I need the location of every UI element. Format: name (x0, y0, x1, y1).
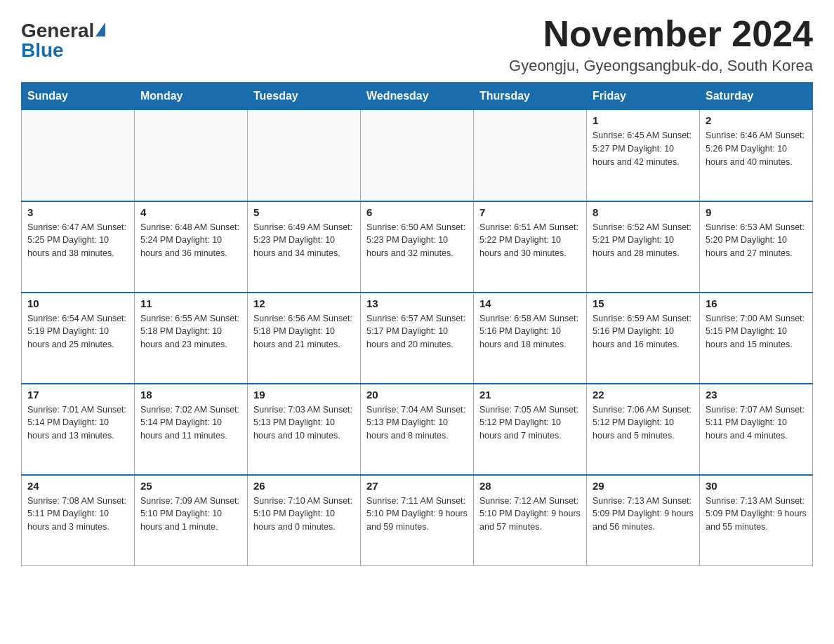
day-info: Sunrise: 6:46 AM Sunset: 5:26 PM Dayligh… (706, 129, 807, 168)
weekday-header-thursday: Thursday (474, 83, 587, 110)
header: General Blue November 2024 Gyeongju, Gye… (21, 14, 813, 75)
calendar-week-row: 24Sunrise: 7:08 AM Sunset: 5:11 PM Dayli… (22, 475, 813, 566)
calendar-week-row: 1Sunrise: 6:45 AM Sunset: 5:27 PM Daylig… (22, 110, 813, 201)
calendar-cell: 4Sunrise: 6:48 AM Sunset: 5:24 PM Daylig… (135, 201, 248, 293)
day-number: 14 (479, 297, 581, 309)
logo: General Blue (21, 14, 105, 60)
day-number: 2 (706, 114, 807, 126)
calendar-week-row: 10Sunrise: 6:54 AM Sunset: 5:19 PM Dayli… (22, 293, 813, 384)
calendar-cell: 24Sunrise: 7:08 AM Sunset: 5:11 PM Dayli… (22, 475, 135, 566)
page-title: November 2024 (509, 14, 813, 54)
day-info: Sunrise: 7:03 AM Sunset: 5:13 PM Dayligh… (253, 403, 355, 443)
weekday-header-wednesday: Wednesday (361, 83, 474, 110)
day-info: Sunrise: 7:09 AM Sunset: 5:10 PM Dayligh… (140, 495, 241, 534)
day-info: Sunrise: 7:13 AM Sunset: 5:09 PM Dayligh… (593, 495, 694, 534)
title-area: November 2024 Gyeongju, Gyeongsangbuk-do… (509, 14, 813, 75)
day-info: Sunrise: 6:47 AM Sunset: 5:25 PM Dayligh… (27, 221, 128, 260)
day-number: 30 (706, 480, 807, 492)
day-number: 26 (253, 480, 355, 492)
day-info: Sunrise: 7:13 AM Sunset: 5:09 PM Dayligh… (706, 495, 807, 534)
calendar-cell (361, 110, 474, 201)
calendar-cell: 17Sunrise: 7:01 AM Sunset: 5:14 PM Dayli… (22, 384, 135, 475)
page-subtitle: Gyeongju, Gyeongsangbuk-do, South Korea (509, 57, 813, 75)
calendar-cell (248, 110, 361, 201)
calendar-cell: 22Sunrise: 7:06 AM Sunset: 5:12 PM Dayli… (587, 384, 700, 475)
calendar-cell: 21Sunrise: 7:05 AM Sunset: 5:12 PM Dayli… (474, 384, 587, 475)
calendar-header-row: SundayMondayTuesdayWednesdayThursdayFrid… (22, 83, 813, 110)
day-number: 5 (253, 206, 355, 218)
day-info: Sunrise: 6:58 AM Sunset: 5:16 PM Dayligh… (479, 312, 581, 351)
day-info: Sunrise: 6:52 AM Sunset: 5:21 PM Dayligh… (593, 221, 694, 260)
day-number: 25 (140, 480, 241, 492)
calendar-cell: 28Sunrise: 7:12 AM Sunset: 5:10 PM Dayli… (474, 475, 587, 566)
day-info: Sunrise: 6:57 AM Sunset: 5:17 PM Dayligh… (366, 312, 468, 351)
day-number: 13 (366, 297, 468, 309)
calendar-cell: 3Sunrise: 6:47 AM Sunset: 5:25 PM Daylig… (22, 201, 135, 293)
day-info: Sunrise: 6:55 AM Sunset: 5:18 PM Dayligh… (140, 312, 241, 351)
day-info: Sunrise: 6:53 AM Sunset: 5:20 PM Dayligh… (706, 221, 807, 260)
day-info: Sunrise: 7:02 AM Sunset: 5:14 PM Dayligh… (140, 403, 241, 443)
logo-blue-text: Blue (21, 41, 64, 60)
calendar-cell: 19Sunrise: 7:03 AM Sunset: 5:13 PM Dayli… (248, 384, 361, 475)
calendar-cell: 13Sunrise: 6:57 AM Sunset: 5:17 PM Dayli… (361, 293, 474, 384)
day-number: 29 (593, 480, 694, 492)
day-number: 19 (253, 389, 355, 401)
calendar-cell (474, 110, 587, 201)
logo-triangle-icon (95, 22, 105, 36)
calendar-cell: 29Sunrise: 7:13 AM Sunset: 5:09 PM Dayli… (587, 475, 700, 566)
day-number: 24 (27, 480, 128, 492)
day-info: Sunrise: 7:00 AM Sunset: 5:15 PM Dayligh… (706, 312, 807, 351)
calendar-cell (22, 110, 135, 201)
day-number: 4 (140, 206, 241, 218)
calendar-cell: 16Sunrise: 7:00 AM Sunset: 5:15 PM Dayli… (700, 293, 813, 384)
logo-general-text: General (21, 21, 94, 41)
calendar-cell: 6Sunrise: 6:50 AM Sunset: 5:23 PM Daylig… (361, 201, 474, 293)
day-info: Sunrise: 7:05 AM Sunset: 5:12 PM Dayligh… (479, 403, 581, 443)
calendar-cell: 15Sunrise: 6:59 AM Sunset: 5:16 PM Dayli… (587, 293, 700, 384)
day-info: Sunrise: 7:10 AM Sunset: 5:10 PM Dayligh… (253, 495, 355, 534)
calendar-cell (135, 110, 248, 201)
calendar-cell: 26Sunrise: 7:10 AM Sunset: 5:10 PM Dayli… (248, 475, 361, 566)
day-info: Sunrise: 7:07 AM Sunset: 5:11 PM Dayligh… (706, 403, 807, 443)
day-info: Sunrise: 7:01 AM Sunset: 5:14 PM Dayligh… (27, 403, 128, 443)
day-info: Sunrise: 7:08 AM Sunset: 5:11 PM Dayligh… (27, 495, 128, 534)
calendar-table: SundayMondayTuesdayWednesdayThursdayFrid… (21, 82, 813, 566)
day-number: 1 (593, 114, 694, 126)
calendar-cell: 12Sunrise: 6:56 AM Sunset: 5:18 PM Dayli… (248, 293, 361, 384)
day-info: Sunrise: 7:06 AM Sunset: 5:12 PM Dayligh… (593, 403, 694, 443)
calendar-cell: 27Sunrise: 7:11 AM Sunset: 5:10 PM Dayli… (361, 475, 474, 566)
day-info: Sunrise: 6:51 AM Sunset: 5:22 PM Dayligh… (479, 221, 581, 260)
day-number: 3 (27, 206, 128, 218)
calendar-cell: 10Sunrise: 6:54 AM Sunset: 5:19 PM Dayli… (22, 293, 135, 384)
day-info: Sunrise: 6:45 AM Sunset: 5:27 PM Dayligh… (593, 129, 694, 168)
weekday-header-saturday: Saturday (700, 83, 813, 110)
calendar-cell: 18Sunrise: 7:02 AM Sunset: 5:14 PM Dayli… (135, 384, 248, 475)
day-number: 15 (593, 297, 694, 309)
calendar-cell: 7Sunrise: 6:51 AM Sunset: 5:22 PM Daylig… (474, 201, 587, 293)
day-info: Sunrise: 6:49 AM Sunset: 5:23 PM Dayligh… (253, 221, 355, 260)
weekday-header-monday: Monday (135, 83, 248, 110)
day-number: 20 (366, 389, 468, 401)
calendar-cell: 9Sunrise: 6:53 AM Sunset: 5:20 PM Daylig… (700, 201, 813, 293)
day-number: 10 (27, 297, 128, 309)
day-info: Sunrise: 6:48 AM Sunset: 5:24 PM Dayligh… (140, 221, 241, 260)
calendar-cell: 14Sunrise: 6:58 AM Sunset: 5:16 PM Dayli… (474, 293, 587, 384)
calendar-cell: 30Sunrise: 7:13 AM Sunset: 5:09 PM Dayli… (700, 475, 813, 566)
day-info: Sunrise: 6:54 AM Sunset: 5:19 PM Dayligh… (27, 312, 128, 351)
day-number: 27 (366, 480, 468, 492)
day-number: 28 (479, 480, 581, 492)
day-number: 21 (479, 389, 581, 401)
calendar-cell: 25Sunrise: 7:09 AM Sunset: 5:10 PM Dayli… (135, 475, 248, 566)
day-info: Sunrise: 6:59 AM Sunset: 5:16 PM Dayligh… (593, 312, 694, 351)
day-number: 17 (27, 389, 128, 401)
weekday-header-sunday: Sunday (22, 83, 135, 110)
calendar-week-row: 17Sunrise: 7:01 AM Sunset: 5:14 PM Dayli… (22, 384, 813, 475)
day-number: 16 (706, 297, 807, 309)
day-number: 9 (706, 206, 807, 218)
day-number: 22 (593, 389, 694, 401)
day-info: Sunrise: 6:50 AM Sunset: 5:23 PM Dayligh… (366, 221, 468, 260)
weekday-header-tuesday: Tuesday (248, 83, 361, 110)
calendar-cell: 11Sunrise: 6:55 AM Sunset: 5:18 PM Dayli… (135, 293, 248, 384)
day-number: 8 (593, 206, 694, 218)
calendar-week-row: 3Sunrise: 6:47 AM Sunset: 5:25 PM Daylig… (22, 201, 813, 293)
